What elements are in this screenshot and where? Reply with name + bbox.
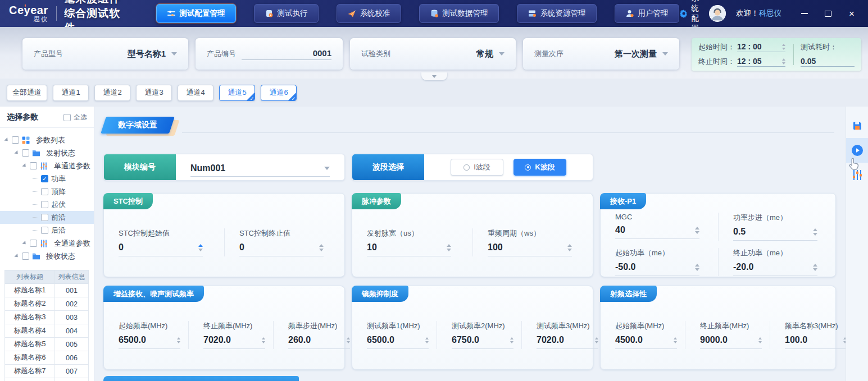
spinner[interactable] [425,337,429,343]
spinner-down-button [177,341,180,343]
spinner[interactable] [347,337,350,343]
spinner[interactable] [695,264,699,271]
value-input[interactable]: 0 [119,242,124,253]
value-input[interactable]: 6750.0 [452,335,479,345]
checkbox-checked[interactable]: ✓ [41,175,48,182]
value-input[interactable]: 0 [239,242,244,253]
value-input[interactable]: 4500.0 [615,335,643,345]
checkbox[interactable] [41,214,48,221]
nav-tab-test-run[interactable]: 测试执行 [254,4,319,23]
product-model-dropdown[interactable]: 型号名称1 [128,49,177,59]
value-input[interactable]: 40 [615,225,625,235]
nav-tab-user-management[interactable]: 用户管理 [615,4,679,23]
tree-node-param-list[interactable]: 参数列表 [0,134,94,146]
spinner[interactable] [695,227,699,234]
spinner[interactable] [758,337,762,343]
value-input[interactable]: 9000.0 [700,335,728,345]
value-input[interactable]: 10 [367,242,377,253]
save-button[interactable] [846,113,868,138]
product-number-input[interactable]: 0001 [242,48,331,60]
spinner[interactable] [674,337,677,343]
tree-leaf-droop[interactable]: 顶降 [0,185,94,198]
tree-connector [33,230,38,231]
run-button[interactable] [846,138,868,163]
nav-tab-test-config[interactable]: 测试配置管理 [156,4,236,23]
nav-tab-system-resources[interactable]: 系统资源管理 [517,4,597,23]
band-option-i[interactable]: I波段 [451,159,503,176]
measure-order-dropdown[interactable]: 第一次测量 [615,49,668,59]
value-input[interactable]: 6500.0 [367,335,394,345]
expander-icon[interactable] [14,150,19,155]
value-input[interactable]: 6500.0 [119,335,146,345]
parameters-button[interactable] [846,163,868,187]
spinner-down-button [425,341,429,343]
tree-leaf-ripple[interactable]: 起伏 [0,198,94,211]
module-number-dropdown[interactable]: Num001 [190,163,330,177]
close-button[interactable]: × [847,8,857,19]
value-input[interactable]: -50.0 [615,262,635,272]
spinner-up-button [447,244,451,247]
spinner[interactable] [813,228,817,236]
checkbox[interactable] [12,136,19,144]
spinner[interactable] [447,244,451,251]
band-option-k[interactable]: K波段 [513,159,566,176]
checkbox[interactable] [22,253,29,260]
expander-icon[interactable] [22,163,27,168]
spinner[interactable] [262,337,265,343]
value-input[interactable]: -20.0 [733,262,753,272]
spinner[interactable] [510,337,513,343]
maximize-button[interactable] [823,8,833,19]
checkbox[interactable] [30,240,37,247]
end-time-input[interactable]: 12 : 05 [737,57,785,67]
tree-node-all-channel-params[interactable]: 全通道参数 [0,237,94,250]
spinner-up-button [674,337,677,339]
spinner-down-button [347,341,350,343]
spinner[interactable] [813,264,817,271]
spinner[interactable] [177,337,180,343]
value-input[interactable]: 7020.0 [537,335,564,345]
select-all-checkbox[interactable] [63,114,71,121]
spinner[interactable] [595,337,598,343]
channel-tab-5[interactable]: 通道5✓ [219,85,255,101]
channel-tab-all[interactable]: 全部通道 [7,85,47,101]
tree-leaf-falling-edge[interactable]: 后沿 [0,224,94,237]
tree-leaf-power[interactable]: ✓ 功率 [0,172,94,185]
value-input[interactable]: 260.0 [288,335,311,345]
channel-tab-2[interactable]: 通道2 [94,85,130,101]
tree-node-transmit-state[interactable]: 发射状态 [0,146,94,159]
expander-icon[interactable] [14,254,19,259]
channel-tab-3[interactable]: 通道3 [136,85,172,101]
channel-tab-4[interactable]: 通道4 [178,85,213,101]
nav-tab-test-data[interactable]: 测试数据管理 [419,4,499,23]
checkbox[interactable] [30,162,37,169]
avatar[interactable] [709,5,726,22]
channel-tab-1[interactable]: 通道1 [53,85,89,101]
channel-tab-6[interactable]: 通道6✓ [261,85,297,101]
tree-node-single-channel-params[interactable]: 单通道参数 [0,159,94,172]
checkbox[interactable] [41,188,48,195]
expander-icon[interactable] [22,241,27,246]
spinner[interactable] [567,244,572,251]
value-input[interactable]: 100.0 [785,335,807,345]
start-time-spinner[interactable] [782,44,785,50]
start-time-input[interactable]: 12 : 00 [737,42,785,52]
expander-icon[interactable] [4,137,9,143]
spinner[interactable] [319,244,324,251]
table-row: 标题名称1001 [5,284,89,297]
select-all-control[interactable]: 全选 [63,113,87,122]
checkbox[interactable] [22,149,29,157]
value-input[interactable]: 0.5 [733,227,746,237]
checkbox[interactable] [41,201,48,208]
end-time-spinner[interactable] [782,58,785,65]
spinner[interactable] [198,244,203,251]
nav-tab-system-calibration[interactable]: 系统校准 [337,4,401,23]
collapse-handle[interactable] [421,72,447,80]
value-input[interactable]: 7020.0 [203,335,231,345]
test-category-dropdown[interactable]: 常规 [476,49,505,59]
elapsed-value: 0.05 [801,57,855,67]
checkbox[interactable] [41,227,48,234]
minimize-button[interactable] [799,8,810,19]
tree-node-receive-state[interactable]: 接收状态 [0,250,94,263]
value-input[interactable]: 100 [488,242,503,253]
tree-leaf-rising-edge[interactable]: 前沿 [0,211,94,224]
